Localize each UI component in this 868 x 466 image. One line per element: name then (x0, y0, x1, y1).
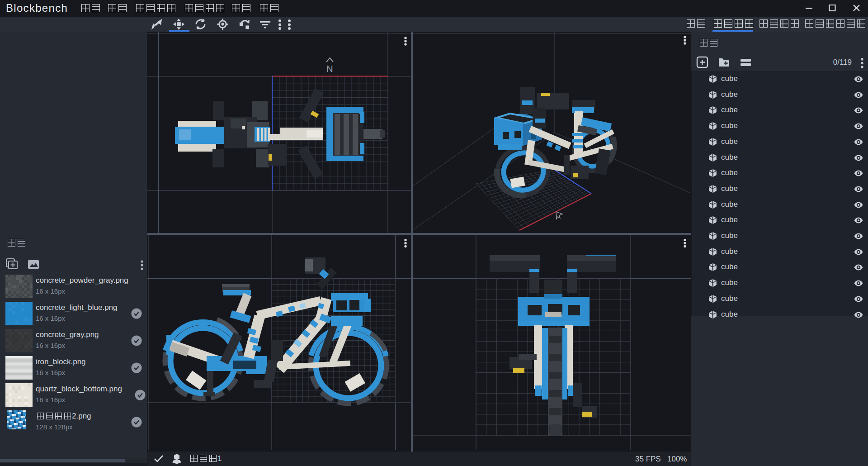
svg-text:N: N (326, 63, 333, 74)
